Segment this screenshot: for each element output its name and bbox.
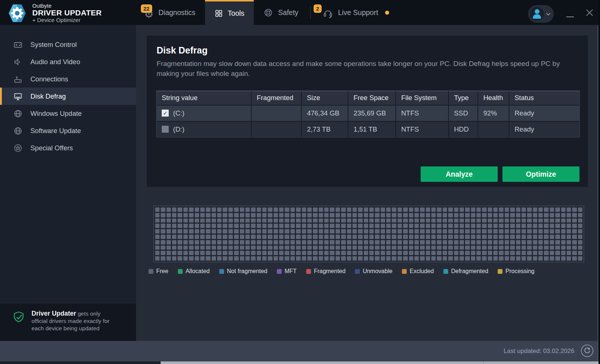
defrag-block xyxy=(471,246,475,250)
user-menu-button[interactable] xyxy=(528,5,554,23)
defrag-block xyxy=(195,224,199,228)
defrag-block xyxy=(352,251,357,255)
sidebar-item-software-update[interactable]: Software Update xyxy=(0,122,136,139)
defrag-block xyxy=(274,251,278,255)
defrag-block xyxy=(527,235,531,239)
defrag-block xyxy=(420,246,424,250)
defrag-block xyxy=(240,246,244,250)
defrag-block xyxy=(245,213,250,217)
defrag-block xyxy=(505,246,509,250)
sidebar-item-disk-defrag[interactable]: Disk Defrag xyxy=(0,88,136,105)
tab-safety[interactable]: Safety xyxy=(254,0,308,25)
tab-diagnostics[interactable]: 22 ⚙ Diagnostics xyxy=(136,0,205,25)
defrag-block xyxy=(431,251,436,255)
defrag-block xyxy=(533,218,537,223)
defrag-block xyxy=(505,251,509,255)
refresh-icon[interactable] xyxy=(581,345,593,357)
table-row[interactable]: ✓ (C:) 476,34 GB 235,69 GB NTFS SSD 92% … xyxy=(157,106,579,121)
defrag-block xyxy=(161,246,165,250)
defrag-block xyxy=(274,240,278,244)
defrag-block xyxy=(161,229,165,234)
defrag-block xyxy=(460,213,464,217)
defrag-block xyxy=(499,229,503,234)
defrag-block xyxy=(522,213,526,217)
defrag-block xyxy=(279,224,283,228)
legend-swatch xyxy=(402,269,407,274)
defrag-block xyxy=(550,213,554,217)
table-row[interactable]: ✓ (D:) 2,73 TB 1,51 TB NTFS HDD Ready xyxy=(157,122,579,137)
defrag-block xyxy=(522,256,526,261)
defrag-block xyxy=(324,229,329,234)
defrag-block xyxy=(381,207,385,212)
close-icon[interactable] xyxy=(585,8,594,17)
defrag-block xyxy=(217,240,222,244)
table-header: String value Fragmented Size Free Space … xyxy=(157,91,579,105)
legend-label: Processing xyxy=(505,268,534,275)
defrag-block xyxy=(460,251,464,255)
defrag-block xyxy=(533,256,537,261)
analyze-button[interactable]: Analyze xyxy=(421,166,498,182)
defrag-block xyxy=(381,251,385,255)
row-checkbox[interactable]: ✓ xyxy=(162,126,169,133)
sidebar-item-audio-and-video[interactable]: Audio and Video xyxy=(0,53,136,70)
defrag-block xyxy=(544,235,548,239)
defrag-block xyxy=(257,246,261,250)
defrag-block xyxy=(414,213,419,217)
column-header: Type xyxy=(449,91,478,105)
brand-product: DRIVER UPDATER xyxy=(32,9,102,17)
defrag-block xyxy=(476,246,481,250)
defrag-block xyxy=(341,256,345,261)
defrag-block xyxy=(493,256,498,261)
defrag-block xyxy=(465,218,469,223)
sidebar-item-system-control[interactable]: System Control xyxy=(0,36,136,53)
defrag-block xyxy=(403,207,407,212)
defrag-block xyxy=(476,256,481,261)
defrag-block xyxy=(578,256,582,261)
defrag-block xyxy=(290,224,295,228)
defrag-block xyxy=(302,235,306,239)
defrag-block xyxy=(420,207,424,212)
defrag-block xyxy=(527,213,531,217)
defrag-block xyxy=(369,235,374,239)
row-checkbox[interactable]: ✓ xyxy=(162,110,169,117)
defrag-block xyxy=(403,218,407,223)
drive-name: (C:) xyxy=(173,109,184,117)
defrag-block xyxy=(426,246,430,250)
defrag-block xyxy=(313,218,317,223)
tab-tools[interactable]: Tools xyxy=(205,0,254,25)
defrag-block xyxy=(200,251,205,255)
defrag-block xyxy=(302,207,306,212)
minimize-icon[interactable] xyxy=(566,16,574,17)
defrag-block xyxy=(555,218,560,223)
defrag-block xyxy=(516,224,520,228)
defrag-block xyxy=(561,213,566,217)
cell-size: 476,34 GB xyxy=(302,106,348,121)
defrag-block xyxy=(482,229,486,234)
defrag-block xyxy=(268,240,272,244)
defrag-block xyxy=(257,256,261,261)
sidebar-item-windows-update[interactable]: Windows Update xyxy=(0,105,136,122)
sidebar-item-connections[interactable]: Connections xyxy=(0,70,136,88)
optimize-button[interactable]: Optimize xyxy=(502,166,579,182)
defrag-block xyxy=(437,256,441,261)
defrag-block xyxy=(533,229,537,234)
status-bar: Last updated: 03.02.2026 xyxy=(0,341,600,361)
tab-live-support[interactable]: 2 Live Support xyxy=(313,0,399,25)
defrag-block xyxy=(234,213,238,217)
defrag-block xyxy=(392,240,396,244)
defrag-block xyxy=(527,229,531,234)
defrag-block xyxy=(533,213,537,217)
defrag-block xyxy=(172,213,176,217)
defrag-block xyxy=(200,240,205,244)
defrag-block xyxy=(268,235,272,239)
defrag-block xyxy=(251,229,255,234)
defrag-block xyxy=(471,224,475,228)
defrag-block xyxy=(274,246,278,250)
nav-divider xyxy=(310,6,311,19)
defrag-block xyxy=(285,240,289,244)
sidebar-item-special-offers[interactable]: Special Offers xyxy=(0,139,136,157)
defrag-block xyxy=(240,224,244,228)
defrag-block xyxy=(454,207,458,212)
defrag-block xyxy=(482,246,486,250)
defrag-block xyxy=(437,251,441,255)
